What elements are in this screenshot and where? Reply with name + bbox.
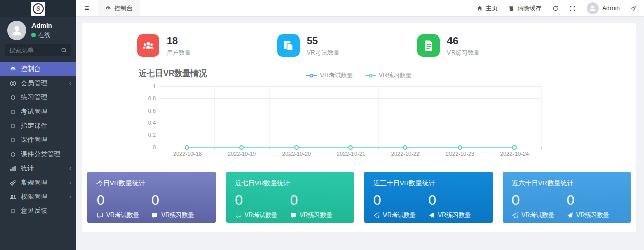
card-value: 0 (96, 192, 151, 208)
trash-icon (508, 5, 514, 11)
copy-files-icon (277, 34, 300, 57)
sidebar-item-permissions[interactable]: 权限管理 ‹ (0, 190, 76, 204)
sidebar-item-general[interactable]: 常规管理 ‹ (0, 175, 76, 190)
sidebar-item-practice[interactable]: 练习管理 (0, 90, 76, 104)
summary-cards-row: 今日VR数量统计 0 VR考试数量 0 (87, 172, 631, 223)
chevron-left-icon: ‹ (69, 180, 71, 186)
user-name: Admin (31, 21, 52, 30)
chevron-left-icon: ‹ (69, 194, 71, 200)
y-tick-label: 0.8 (148, 95, 156, 101)
home-link[interactable]: 主页 (477, 4, 498, 13)
sidebar-item-label: 常规管理 (21, 178, 47, 187)
card-7day-stats: 近七日VR数量统计 0 VR考试数量 0 (226, 172, 355, 223)
y-tick-label: 1 (153, 83, 156, 89)
sidebar-item-courseware[interactable]: 课件管理 (0, 133, 76, 147)
dashboard-icon (105, 5, 111, 11)
stats-row: 18 用户数量 55 VR考试数量 (137, 34, 558, 62)
card-title: 近七日VR数量统计 (235, 178, 345, 188)
card-label: VR考试数量 (106, 211, 139, 220)
card-label: VR练习数量 (300, 211, 333, 220)
stat-label: 用户数量 (167, 49, 191, 57)
navbar-right: 主页 清除缓存 Admin (477, 2, 644, 14)
card-today-stats: 今日VR数量统计 0 VR考试数量 0 (87, 172, 216, 223)
card-label: VR练习数量 (161, 211, 194, 220)
x-tick-label: 2022-10-20 (282, 151, 311, 157)
comment-icon (290, 212, 297, 219)
dashboard-panel: 18 用户数量 55 VR考试数量 (82, 23, 636, 232)
card-title: 近三十日VR数量统计 (373, 178, 484, 188)
card-value: 0 (290, 192, 345, 208)
users-group-icon (137, 34, 159, 57)
home-label: 主页 (486, 4, 498, 13)
navbar-user-name: Admin (602, 5, 620, 12)
y-tick-label: 0 (153, 144, 156, 150)
sidebar-item-label: 指定课件 (21, 121, 47, 130)
sidebar-item-label: 课件管理 (21, 135, 47, 145)
card-value: 0 (512, 192, 567, 208)
stat-vr-practice: 46 VR练习数量 (417, 34, 544, 62)
sidebar-item-label: 课件分类管理 (21, 150, 60, 159)
logo-bar: S (0, 0, 76, 17)
data-point (458, 145, 462, 150)
app-logo[interactable]: S (31, 2, 45, 16)
avatar (587, 2, 599, 14)
card-label: VR考试数量 (245, 211, 278, 220)
search-icon[interactable] (61, 47, 67, 53)
clear-cache-button[interactable]: 清除缓存 (508, 4, 541, 13)
content-area: 18 用户数量 55 VR考试数量 (76, 17, 644, 250)
comment-outline-icon (96, 212, 103, 219)
tab-console[interactable]: 控制台 (98, 0, 140, 16)
paper-plane-icon (567, 212, 573, 219)
data-point (403, 145, 407, 150)
bar-chart-icon (10, 165, 16, 172)
data-point (294, 145, 299, 150)
sidebar-item-console[interactable]: 控制台 (0, 62, 76, 76)
sidebar-item-exam[interactable]: 考试管理 (0, 104, 76, 119)
card-value: 0 (428, 192, 483, 208)
sidebar-item-statistics[interactable]: 统计 ‹ (0, 161, 76, 175)
fullscreen-button[interactable] (569, 5, 576, 12)
line-marker-icon (365, 75, 376, 76)
gears-icon (10, 180, 16, 186)
settings-button[interactable] (630, 5, 637, 12)
legend-item-practice[interactable]: VR练习数量 (365, 71, 412, 80)
avatar[interactable] (7, 21, 26, 40)
paper-plane-icon (428, 212, 435, 219)
chart-legend: VR考试数量 VR练习数量 (82, 71, 636, 80)
stat-label: VR考试数量 (307, 49, 340, 57)
circle-icon (10, 151, 16, 158)
refresh-icon (552, 5, 559, 12)
sidebar-item-label: 控制台 (21, 64, 41, 74)
user-circle-icon (10, 80, 16, 87)
x-tick-label: 2022-10-21 (337, 151, 365, 157)
sidebar-item-courseware-category[interactable]: 课件分类管理 (0, 147, 76, 161)
navbar-user-menu[interactable]: Admin (587, 2, 620, 14)
search-input[interactable] (9, 47, 61, 54)
line-chart-plot: 1 0.8 0.6 0.4 0.2 0 2022-10-18 2022-10-1 (160, 86, 542, 147)
card-30day-stats: 近三十日VR数量统计 0 VR考试数量 0 (364, 172, 493, 223)
card-title: 今日VR数量统计 (96, 178, 207, 188)
user-status: 在线 (31, 31, 52, 40)
stat-value: 46 (447, 35, 480, 46)
refresh-button[interactable] (552, 5, 559, 12)
card-label: VR练习数量 (438, 211, 471, 220)
sidebar-item-assign-courseware[interactable]: 指定课件 (0, 119, 76, 133)
y-tick-label: 0.4 (148, 120, 156, 126)
stat-label: VR练习数量 (447, 49, 480, 57)
card-60day-stats: 近六十日VR数量统计 0 VR考试数量 0 (503, 172, 631, 223)
legend-item-exam[interactable]: VR考试数量 (306, 71, 353, 80)
data-point (239, 145, 244, 150)
x-tick-label: 2022-10-22 (391, 151, 420, 157)
home-icon (477, 5, 483, 11)
x-tick-label: 2022-10-24 (500, 151, 529, 157)
sidebar-item-label: 会员管理 (21, 79, 47, 88)
person-icon (589, 4, 597, 12)
sidebar-item-feedback[interactable]: 意见反馈 (0, 204, 76, 218)
stat-vr-exams: 55 VR考试数量 (277, 34, 404, 62)
circle-icon (10, 94, 16, 101)
admin-dashboard: S Admin 在线 控制台 (0, 0, 644, 250)
sidebar-toggle-button[interactable]: ≡ (76, 0, 98, 16)
x-tick-label: 2022-10-19 (228, 151, 256, 157)
sidebar-item-members[interactable]: 会员管理 ‹ (0, 76, 76, 90)
card-value: 0 (567, 192, 622, 208)
